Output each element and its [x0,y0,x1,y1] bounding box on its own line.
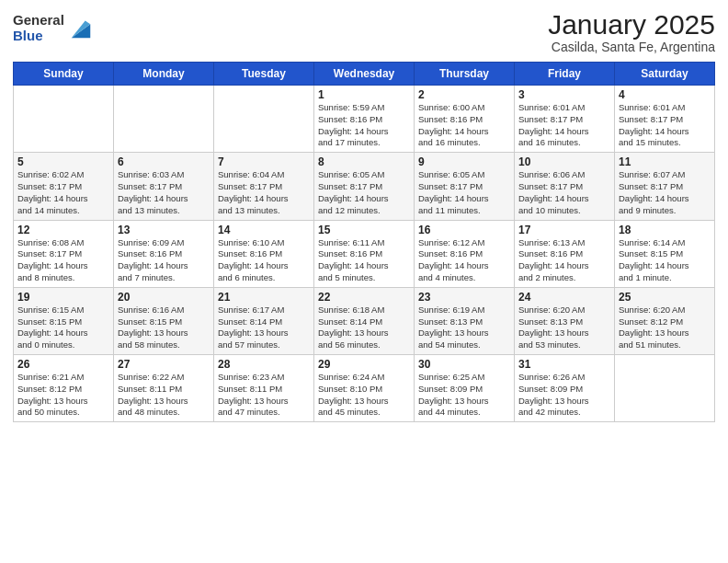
calendar-cell: 9Sunrise: 6:05 AM Sunset: 8:17 PM Daylig… [415,153,515,220]
calendar-cell: 14Sunrise: 6:10 AM Sunset: 8:16 PM Dayli… [214,220,314,287]
day-info: Sunrise: 6:14 AM Sunset: 8:15 PM Dayligh… [619,237,711,284]
day-info: Sunrise: 5:59 AM Sunset: 8:16 PM Dayligh… [318,102,410,149]
day-number: 30 [418,358,510,371]
calendar-week-row: 19Sunrise: 6:15 AM Sunset: 8:15 PM Dayli… [14,287,715,354]
calendar-table: SundayMondayTuesdayWednesdayThursdayFrid… [13,62,715,422]
calendar-cell: 4Sunrise: 6:01 AM Sunset: 8:17 PM Daylig… [615,86,715,153]
calendar-cell: 26Sunrise: 6:21 AM Sunset: 8:12 PM Dayli… [14,355,114,422]
day-number: 21 [218,291,310,304]
day-info: Sunrise: 6:01 AM Sunset: 8:17 PM Dayligh… [518,102,610,149]
weekday-header-monday: Monday [114,63,214,86]
day-info: Sunrise: 6:23 AM Sunset: 8:11 PM Dayligh… [218,372,310,419]
logo-icon [68,16,94,41]
day-number: 29 [318,358,410,371]
calendar-cell: 8Sunrise: 6:05 AM Sunset: 8:17 PM Daylig… [314,153,415,220]
day-info: Sunrise: 6:05 AM Sunset: 8:17 PM Dayligh… [318,169,410,216]
day-number: 22 [318,291,410,304]
day-info: Sunrise: 6:17 AM Sunset: 8:14 PM Dayligh… [218,304,310,351]
calendar-cell: 24Sunrise: 6:20 AM Sunset: 8:13 PM Dayli… [515,287,615,354]
calendar-cell: 31Sunrise: 6:26 AM Sunset: 8:09 PM Dayli… [515,355,615,422]
calendar-cell: 30Sunrise: 6:25 AM Sunset: 8:09 PM Dayli… [415,355,515,422]
calendar-cell: 21Sunrise: 6:17 AM Sunset: 8:14 PM Dayli… [214,287,314,354]
calendar-cell: 23Sunrise: 6:19 AM Sunset: 8:13 PM Dayli… [415,287,515,354]
calendar-cell: 27Sunrise: 6:22 AM Sunset: 8:11 PM Dayli… [114,355,214,422]
day-info: Sunrise: 6:20 AM Sunset: 8:13 PM Dayligh… [518,304,610,351]
day-number: 20 [118,291,210,304]
day-info: Sunrise: 6:25 AM Sunset: 8:09 PM Dayligh… [418,372,510,419]
calendar-cell [14,86,114,153]
page: General Blue January 2025 Casilda, Santa… [0,0,728,563]
day-number: 27 [118,358,210,371]
day-number: 17 [518,224,610,236]
calendar-cell: 10Sunrise: 6:06 AM Sunset: 8:17 PM Dayli… [515,153,615,220]
day-info: Sunrise: 6:01 AM Sunset: 8:17 PM Dayligh… [619,102,711,149]
day-info: Sunrise: 6:06 AM Sunset: 8:17 PM Dayligh… [518,169,610,216]
logo: General Blue [13,13,94,43]
day-number: 12 [17,224,109,236]
weekday-header-friday: Friday [515,63,615,86]
day-number: 8 [318,155,410,168]
day-number: 7 [218,155,310,168]
logo-blue: Blue [13,29,64,44]
calendar-cell: 16Sunrise: 6:12 AM Sunset: 8:16 PM Dayli… [415,220,515,287]
calendar-week-row: 12Sunrise: 6:08 AM Sunset: 8:17 PM Dayli… [14,220,715,287]
weekday-header-thursday: Thursday [415,63,515,86]
weekday-header-wednesday: Wednesday [314,63,415,86]
day-number: 31 [518,358,610,371]
calendar-cell: 6Sunrise: 6:03 AM Sunset: 8:17 PM Daylig… [114,153,214,220]
day-number: 6 [118,155,210,168]
day-info: Sunrise: 6:09 AM Sunset: 8:16 PM Dayligh… [118,237,210,284]
calendar-cell: 20Sunrise: 6:16 AM Sunset: 8:15 PM Dayli… [114,287,214,354]
day-number: 3 [518,88,610,101]
day-number: 4 [619,88,711,101]
day-info: Sunrise: 6:20 AM Sunset: 8:12 PM Dayligh… [619,304,711,351]
calendar-cell [615,355,715,422]
day-info: Sunrise: 6:03 AM Sunset: 8:17 PM Dayligh… [118,169,210,216]
day-number: 25 [619,291,711,304]
calendar-cell: 15Sunrise: 6:11 AM Sunset: 8:16 PM Dayli… [314,220,415,287]
calendar-cell: 13Sunrise: 6:09 AM Sunset: 8:16 PM Dayli… [114,220,214,287]
day-info: Sunrise: 6:15 AM Sunset: 8:15 PM Dayligh… [17,304,109,351]
day-info: Sunrise: 6:05 AM Sunset: 8:17 PM Dayligh… [418,169,510,216]
calendar-week-row: 1Sunrise: 5:59 AM Sunset: 8:16 PM Daylig… [14,86,715,153]
day-number: 24 [518,291,610,304]
calendar-week-row: 5Sunrise: 6:02 AM Sunset: 8:17 PM Daylig… [14,153,715,220]
day-info: Sunrise: 6:02 AM Sunset: 8:17 PM Dayligh… [17,169,109,216]
day-info: Sunrise: 6:07 AM Sunset: 8:17 PM Dayligh… [619,169,711,216]
day-info: Sunrise: 6:26 AM Sunset: 8:09 PM Dayligh… [518,372,610,419]
day-info: Sunrise: 6:12 AM Sunset: 8:16 PM Dayligh… [418,237,510,284]
calendar-cell: 22Sunrise: 6:18 AM Sunset: 8:14 PM Dayli… [314,287,415,354]
day-info: Sunrise: 6:22 AM Sunset: 8:11 PM Dayligh… [118,372,210,419]
day-info: Sunrise: 6:08 AM Sunset: 8:17 PM Dayligh… [17,237,109,284]
day-info: Sunrise: 6:18 AM Sunset: 8:14 PM Dayligh… [318,304,410,351]
calendar-cell: 7Sunrise: 6:04 AM Sunset: 8:17 PM Daylig… [214,153,314,220]
day-number: 26 [17,358,109,371]
day-info: Sunrise: 6:13 AM Sunset: 8:16 PM Dayligh… [518,237,610,284]
day-number: 28 [218,358,310,371]
logo-general: General [13,13,64,29]
logo-text: General Blue [13,13,64,43]
day-number: 23 [418,291,510,304]
day-number: 9 [418,155,510,168]
calendar-cell: 5Sunrise: 6:02 AM Sunset: 8:17 PM Daylig… [14,153,114,220]
day-info: Sunrise: 6:19 AM Sunset: 8:13 PM Dayligh… [418,304,510,351]
day-info: Sunrise: 6:21 AM Sunset: 8:12 PM Dayligh… [17,372,109,419]
day-number: 10 [518,155,610,168]
calendar-week-row: 26Sunrise: 6:21 AM Sunset: 8:12 PM Dayli… [14,355,715,422]
day-info: Sunrise: 6:10 AM Sunset: 8:16 PM Dayligh… [218,237,310,284]
day-number: 19 [17,291,109,304]
day-info: Sunrise: 6:11 AM Sunset: 8:16 PM Dayligh… [318,237,410,284]
calendar-cell: 18Sunrise: 6:14 AM Sunset: 8:15 PM Dayli… [615,220,715,287]
calendar-cell: 28Sunrise: 6:23 AM Sunset: 8:11 PM Dayli… [214,355,314,422]
day-number: 18 [619,224,711,236]
day-number: 5 [17,155,109,168]
calendar-cell [114,86,214,153]
calendar-cell: 19Sunrise: 6:15 AM Sunset: 8:15 PM Dayli… [14,287,114,354]
day-number: 13 [118,224,210,236]
subtitle: Casilda, Santa Fe, Argentina [548,40,715,54]
day-number: 2 [418,88,510,101]
weekday-header-tuesday: Tuesday [214,63,314,86]
day-number: 11 [619,155,711,168]
calendar-cell: 29Sunrise: 6:24 AM Sunset: 8:10 PM Dayli… [314,355,415,422]
day-info: Sunrise: 6:16 AM Sunset: 8:15 PM Dayligh… [118,304,210,351]
